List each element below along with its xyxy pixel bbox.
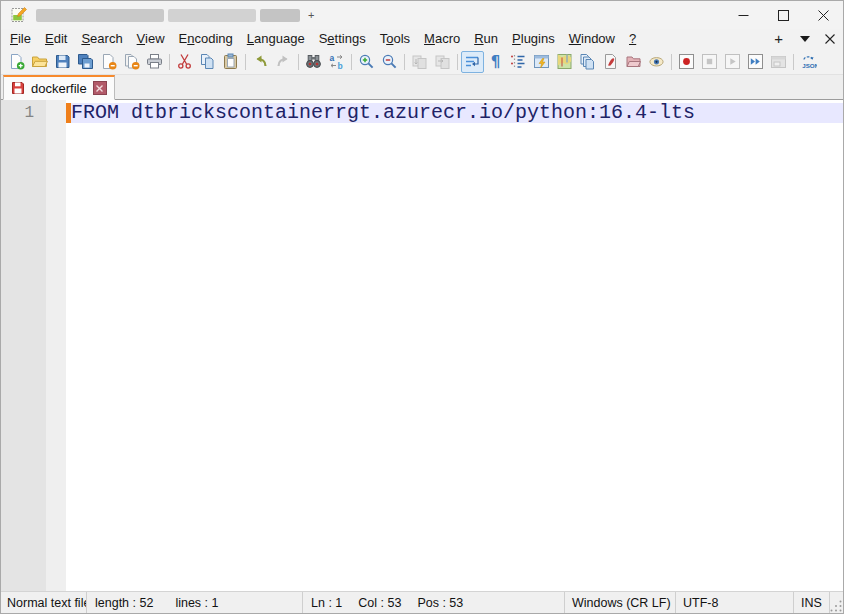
json-viewer-icon[interactable]: JSON	[797, 51, 820, 73]
status-pos: Pos : 53	[417, 596, 463, 610]
close-file-icon[interactable]	[97, 51, 120, 73]
title-bar: +	[1, 1, 843, 29]
sync-horizontal-scroll-icon[interactable]	[431, 51, 454, 73]
redo-icon[interactable]	[272, 51, 295, 73]
menu-settings[interactable]: Settings	[312, 29, 373, 49]
status-eol-format[interactable]: Windows (CR LF)	[565, 592, 676, 613]
close-icon	[818, 10, 829, 21]
status-col: Col : 53	[358, 596, 401, 610]
text-content[interactable]: FROM dtbrickscontainerrgt.azurecr.io/pyt…	[71, 100, 843, 591]
show-all-characters-icon[interactable]: ¶	[484, 51, 507, 73]
notepad-plus-plus-window: + File Edit Search View Encoding Languag…	[0, 0, 844, 614]
window-title-redacted	[260, 9, 300, 22]
tab-bar-controls: +	[766, 30, 843, 48]
status-ln: Ln : 1	[311, 596, 342, 610]
menu-file[interactable]: File	[3, 29, 38, 49]
menu-run[interactable]: Run	[467, 29, 505, 49]
status-bar: Normal text file length : 52 lines : 1 L…	[1, 591, 843, 613]
menu-view[interactable]: View	[130, 29, 172, 49]
new-tab-button[interactable]: +	[766, 30, 791, 48]
toolbar-separator	[793, 54, 794, 70]
new-file-icon[interactable]	[5, 51, 28, 73]
menu-encoding[interactable]: Encoding	[172, 29, 240, 49]
toolbar-separator	[245, 54, 246, 70]
menu-macro[interactable]: Macro	[417, 29, 467, 49]
close-button[interactable]	[803, 1, 843, 29]
toolbar: ab ¶ JSON	[1, 49, 843, 75]
maximize-icon	[778, 10, 789, 21]
macro-record-icon[interactable]	[675, 51, 698, 73]
word-wrap-icon[interactable]	[461, 51, 484, 73]
code-line-1[interactable]: FROM dtbrickscontainerrgt.azurecr.io/pyt…	[71, 103, 843, 123]
function-list-icon[interactable]	[530, 51, 553, 73]
macro-playback-icon[interactable]	[721, 51, 744, 73]
svg-text:a: a	[330, 53, 335, 63]
close-tab-icon	[825, 34, 835, 44]
toolbar-separator	[404, 54, 405, 70]
cut-icon[interactable]	[173, 51, 196, 73]
copy-icon[interactable]	[196, 51, 219, 73]
macro-stop-icon[interactable]	[698, 51, 721, 73]
sync-vertical-scroll-icon[interactable]	[408, 51, 431, 73]
status-insert-mode[interactable]: INS	[794, 592, 830, 613]
minimize-icon	[738, 10, 749, 21]
menu-edit[interactable]: Edit	[38, 29, 74, 49]
print-icon[interactable]	[143, 51, 166, 73]
paste-icon[interactable]	[219, 51, 242, 73]
status-doc-size: length : 52 lines : 1	[87, 592, 303, 613]
tab-label: dockerfile	[31, 81, 87, 96]
menu-window[interactable]: Window	[562, 29, 622, 49]
tab-close-button[interactable]	[93, 81, 107, 95]
menu-tools[interactable]: Tools	[373, 29, 417, 49]
replace-icon[interactable]: ab	[325, 51, 348, 73]
bookmark-margin[interactable]	[46, 100, 66, 591]
save-file-icon[interactable]	[51, 51, 74, 73]
zoom-in-icon[interactable]	[355, 51, 378, 73]
menu-help[interactable]: ?	[622, 29, 643, 49]
menu-plugins[interactable]: Plugins	[505, 29, 562, 49]
tab-dockerfile[interactable]: dockerfile	[3, 75, 115, 100]
status-encoding[interactable]: UTF-8	[676, 592, 794, 613]
svg-text:b: b	[338, 61, 343, 71]
maximize-button[interactable]	[763, 1, 803, 29]
status-lines: lines : 1	[175, 596, 218, 610]
window-title-redacted	[168, 9, 256, 22]
resize-grip[interactable]	[830, 592, 843, 613]
show-indent-guide-icon[interactable]	[507, 51, 530, 73]
svg-text:JSON: JSON	[802, 62, 817, 69]
close-all-icon[interactable]	[120, 51, 143, 73]
toolbar-separator	[298, 54, 299, 70]
folder-as-workspace-icon[interactable]	[622, 51, 645, 73]
monitoring-icon[interactable]	[645, 51, 668, 73]
status-cursor-position: Ln : 1 Col : 53 Pos : 53	[303, 592, 565, 613]
open-file-icon[interactable]	[28, 51, 51, 73]
status-doc-type: Normal text file	[1, 592, 87, 613]
window-title-redacted	[36, 9, 164, 22]
document-edit-icon[interactable]	[599, 51, 622, 73]
macro-run-multiple-icon[interactable]	[744, 51, 767, 73]
toolbar-separator	[457, 54, 458, 70]
close-tab-button[interactable]	[819, 34, 843, 44]
status-length: length : 52	[95, 596, 153, 610]
document-list-icon[interactable]	[576, 51, 599, 73]
menu-search[interactable]: Search	[74, 29, 129, 49]
undo-icon[interactable]	[249, 51, 272, 73]
resize-grip-icon	[830, 600, 843, 613]
toolbar-separator	[351, 54, 352, 70]
zoom-out-icon[interactable]	[378, 51, 401, 73]
toolbar-separator	[169, 54, 170, 70]
line-number-gutter: 1	[1, 100, 46, 591]
editor-area[interactable]: 1 FROM dtbrickscontainerrgt.azurecr.io/p…	[1, 100, 843, 591]
tab-list-dropdown-icon[interactable]	[800, 36, 810, 42]
save-all-icon[interactable]	[74, 51, 97, 73]
menu-language[interactable]: Language	[240, 29, 312, 49]
find-icon[interactable]	[302, 51, 325, 73]
document-map-icon[interactable]	[553, 51, 576, 73]
tab-close-icon	[96, 85, 103, 92]
minimize-button[interactable]	[723, 1, 763, 29]
window-title-mark: +	[308, 9, 314, 21]
menu-bar: File Edit Search View Encoding Language …	[1, 29, 843, 49]
app-icon	[10, 6, 28, 24]
unsaved-floppy-icon	[11, 81, 25, 95]
macro-save-icon[interactable]	[767, 51, 790, 73]
